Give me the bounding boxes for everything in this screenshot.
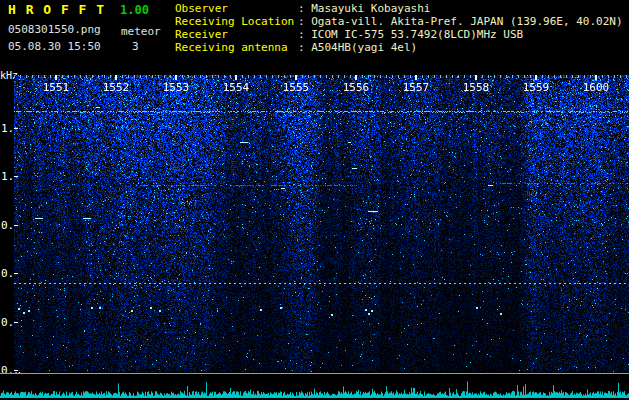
info-row: Receiving Location: Ogata-vill. Akita-Pr… [175, 15, 623, 28]
info-row: Receiving antenna: A504HB(yagi 4el) [175, 41, 623, 54]
info-label-antenna: Receiving antenna [175, 41, 298, 54]
spectrogram-canvas [14, 75, 629, 372]
mode-label: meteor [121, 25, 161, 38]
time-tick-label: 1559 [523, 81, 550, 94]
timestamp: 05.08.30 15:50 [8, 40, 101, 53]
time-tick-label: 1554 [223, 81, 250, 94]
output-filename: 0508301550.png [8, 23, 101, 36]
time-tick-label: 1600 [583, 81, 610, 94]
time-tick-label: 1555 [283, 81, 310, 94]
info-value-receiver: : ICOM IC-575 53.7492(8LCD)MHz USB [298, 28, 523, 41]
time-tick-label: 1556 [343, 81, 370, 94]
info-value-observer: : Masayuki Kobayashi [298, 2, 430, 15]
info-value-antenna: : A504HB(yagi 4el) [298, 41, 417, 54]
info-label-receiver: Receiver [175, 28, 298, 41]
app-title: H R O F F T [8, 2, 105, 17]
info-label-observer: Observer [175, 2, 298, 15]
time-axis: 1551 1552 1553 1554 1555 1556 1557 1558 … [14, 75, 629, 95]
time-tick-label: 1553 [163, 81, 190, 94]
hrofft-window: H R O F F T 1.00 0508301550.png meteor 0… [0, 0, 629, 400]
time-tick-label: 1551 [43, 81, 70, 94]
info-row: Observer: Masayuki Kobayashi [175, 2, 623, 15]
info-label-location: Receiving Location [175, 15, 298, 28]
app-version: 1.00 [120, 3, 149, 17]
info-row: Receiver: ICOM IC-575 53.7492(8LCD)MHz U… [175, 28, 623, 41]
time-tick-label: 1558 [463, 81, 490, 94]
station-info: Observer: Masayuki Kobayashi Receiving L… [175, 2, 623, 54]
level-strip-canvas [0, 376, 629, 400]
info-value-location: : Ogata-vill. Akita-Pref. JAPAN (139.96E… [298, 15, 623, 28]
separator-line [0, 373, 629, 374]
time-tick-label: 1552 [103, 81, 130, 94]
time-tick-label: 1557 [403, 81, 430, 94]
echo-count: 3 [132, 40, 139, 53]
